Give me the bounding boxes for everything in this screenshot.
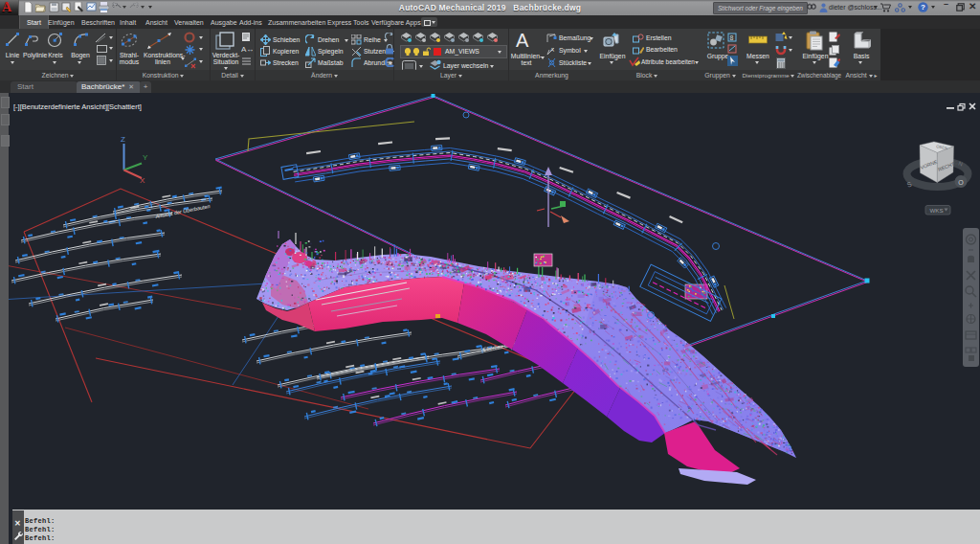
svg-text:8: 8 bbox=[730, 34, 734, 41]
svg-text:O: O bbox=[958, 179, 964, 186]
svg-text:Y: Y bbox=[143, 153, 148, 162]
svg-text:Ansicht der Überbauten: Ansicht der Überbauten bbox=[154, 203, 211, 219]
svg-text:A: A bbox=[550, 47, 554, 53]
svg-text:X: X bbox=[140, 176, 145, 185]
svg-text:A↔: A↔ bbox=[241, 45, 253, 54]
svg-text:[-][Benutzerdefinierte Ansicht: [-][Benutzerdefinierte Ansicht][Schattie… bbox=[13, 102, 142, 111]
svg-text:WKS: WKS bbox=[930, 207, 944, 214]
svg-text:?: ? bbox=[921, 3, 925, 11]
svg-text:Z: Z bbox=[121, 135, 125, 144]
